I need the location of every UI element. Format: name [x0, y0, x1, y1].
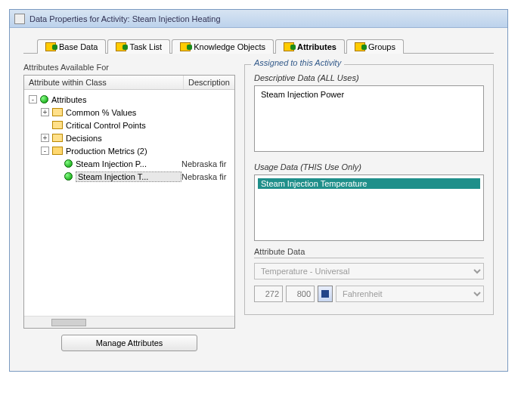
folder-check-icon [180, 42, 191, 51]
list-item[interactable]: Steam Injection Power [258, 89, 480, 100]
unit-select[interactable]: Fahrenheit [336, 286, 484, 302]
node-label: Critical Control Points [66, 121, 233, 130]
tree-leaf-sip[interactable]: Steam Injection P... Nebraska fir [26, 157, 233, 170]
folder-check-icon [355, 42, 365, 51]
tree-folder-production-metrics[interactable]: - Production Metrics (2) [26, 144, 233, 157]
node-label: Decisions [66, 134, 233, 143]
assigned-fieldset: Assigned to this Activity Descriptive Da… [244, 64, 494, 315]
range-edit-button[interactable] [318, 286, 333, 302]
tree-folder-common[interactable]: + Common % Values [26, 106, 233, 119]
collapse-icon[interactable]: - [41, 147, 49, 155]
app-icon [14, 14, 25, 24]
attributes-tree[interactable]: Attribute within Class Description - Att… [23, 75, 235, 329]
folder-icon [52, 108, 63, 116]
usage-data-list[interactable]: Steam Injection Temperature [254, 174, 484, 241]
node-label: Steam Injection T... [76, 171, 181, 182]
collapse-icon[interactable]: - [29, 95, 37, 103]
tree-root[interactable]: - Attributes [26, 93, 233, 106]
list-item[interactable]: Steam Injection Temperature [258, 178, 480, 189]
tab-attributes[interactable]: Attributes [275, 39, 345, 54]
node-desc: Nebraska fir [181, 172, 233, 181]
titlebar: Data Properties for Activity: Steam Inje… [10, 10, 507, 28]
tab-base-data[interactable]: Base Data [37, 39, 106, 54]
node-label: Attributes [51, 95, 233, 104]
attribute-orb-icon [64, 159, 73, 168]
folder-check-icon [45, 42, 56, 51]
usage-data-label: Usage Data (THIS Use Only) [254, 162, 484, 171]
col-attribute[interactable]: Attribute within Class [24, 76, 184, 89]
square-icon [321, 290, 329, 298]
folder-icon [52, 134, 63, 142]
folder-check-icon [116, 42, 126, 51]
folder-icon [52, 121, 63, 129]
attribute-orb-icon [40, 95, 48, 103]
tab-label: Knowledge Objects [194, 42, 265, 51]
dialog-window: Data Properties for Activity: Steam Inje… [9, 9, 508, 372]
tree-header: Attribute within Class Description [24, 76, 234, 90]
node-desc: Nebraska fir [181, 159, 233, 168]
node-label: Production Metrics (2) [66, 147, 233, 156]
tab-groups[interactable]: Groups [346, 39, 404, 54]
manage-attributes-button[interactable]: Manage Attributes [61, 335, 197, 351]
tab-knowledge-objects[interactable]: Knowledge Objects [172, 39, 274, 54]
tab-label: Groups [368, 42, 395, 51]
descriptive-data-label: Descriptive Data (ALL Uses) [254, 73, 484, 82]
node-label: Common % Values [66, 108, 233, 117]
folder-open-icon [52, 147, 63, 155]
col-description[interactable]: Description [184, 76, 234, 89]
tab-label: Base Data [59, 42, 98, 51]
expand-icon[interactable]: + [41, 134, 49, 142]
descriptive-data-list[interactable]: Steam Injection Power [254, 85, 484, 152]
window-body: Base Data Task List Knowledge Objects At… [10, 28, 507, 371]
window-title: Data Properties for Activity: Steam Inje… [29, 14, 221, 23]
tab-label: Attributes [297, 42, 336, 51]
value-high-input[interactable] [286, 286, 315, 302]
attribute-type-select[interactable]: Temperature - Universal [254, 263, 484, 279]
tree-folder-ccp[interactable]: Critical Control Points [26, 119, 233, 131]
tree-leaf-sit[interactable]: Steam Injection T... Nebraska fir [26, 170, 233, 183]
node-label: Steam Injection P... [76, 159, 181, 168]
attribute-orb-icon [64, 172, 73, 181]
assigned-legend: Assigned to this Activity [251, 58, 344, 67]
tree-folder-decisions[interactable]: + Decisions [26, 131, 233, 144]
value-low-input[interactable] [254, 286, 283, 302]
tree-body[interactable]: - Attributes + Common % Values C [24, 90, 234, 316]
tab-bar: Base Data Task List Knowledge Objects At… [23, 39, 494, 54]
available-title: Attributes Available For [23, 63, 235, 72]
tab-label: Task List [129, 42, 162, 51]
attribute-data-label: Attribute Data [254, 247, 484, 258]
expand-icon[interactable]: + [41, 108, 49, 116]
folder-check-icon [284, 42, 294, 51]
tab-task-list[interactable]: Task List [107, 39, 170, 54]
horizontal-scrollbar[interactable] [24, 316, 234, 328]
